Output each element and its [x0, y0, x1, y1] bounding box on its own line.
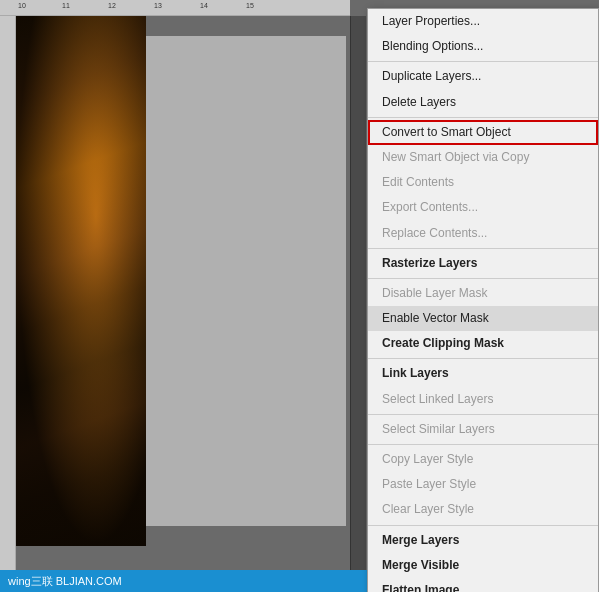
menu-item-paste-layer-style: Paste Layer Style: [368, 472, 598, 497]
menu-item-copy-layer-style: Copy Layer Style: [368, 447, 598, 472]
menu-item-select-similar-layers: Select Similar Layers: [368, 417, 598, 442]
document-area: [146, 36, 346, 526]
menu-item-flatten-image[interactable]: Flatten Image: [368, 578, 598, 592]
ruler-mark: 12: [108, 2, 116, 9]
menu-item-new-smart-object: New Smart Object via Copy: [368, 145, 598, 170]
menu-item-merge-layers[interactable]: Merge Layers: [368, 528, 598, 553]
menu-item-duplicate-layers[interactable]: Duplicate Layers...: [368, 64, 598, 89]
menu-item-link-layers[interactable]: Link Layers: [368, 361, 598, 386]
photo-overlay: [16, 16, 146, 546]
menu-separator-3: [368, 248, 598, 249]
menu-item-disable-layer-mask: Disable Layer Mask: [368, 281, 598, 306]
ruler-mark: 10: [18, 2, 26, 9]
status-bar-text: wing三联 BLJIAN.COM: [8, 574, 122, 589]
menu-item-delete-layers[interactable]: Delete Layers: [368, 90, 598, 115]
canvas-area: [16, 16, 350, 576]
ruler-top: 10 11 12 13 14 15: [0, 0, 350, 16]
menu-item-convert-smart-object[interactable]: Convert to Smart Object: [368, 120, 598, 145]
menu-item-layer-properties[interactable]: Layer Properties...: [368, 9, 598, 34]
menu-item-replace-contents: Replace Contents...: [368, 221, 598, 246]
right-toolbar: [350, 16, 366, 592]
menu-item-merge-visible[interactable]: Merge Visible: [368, 553, 598, 578]
menu-separator-1: [368, 61, 598, 62]
menu-separator-7: [368, 444, 598, 445]
menu-item-select-linked-layers: Select Linked Layers: [368, 387, 598, 412]
context-menu: Layer Properties... Blending Options... …: [367, 8, 599, 592]
menu-item-edit-contents: Edit Contents: [368, 170, 598, 195]
photo-layer: [16, 16, 146, 546]
menu-separator-5: [368, 358, 598, 359]
menu-separator-4: [368, 278, 598, 279]
ruler-mark: 15: [246, 2, 254, 9]
ruler-mark: 11: [62, 2, 70, 9]
menu-item-enable-vector-mask[interactable]: Enable Vector Mask: [368, 306, 598, 331]
menu-separator-6: [368, 414, 598, 415]
ruler-side: [0, 16, 16, 592]
menu-separator-8: [368, 525, 598, 526]
ruler-mark: 14: [200, 2, 208, 9]
menu-item-blending-options[interactable]: Blending Options...: [368, 34, 598, 59]
ruler-mark: 13: [154, 2, 162, 9]
menu-item-clear-layer-style: Clear Layer Style: [368, 497, 598, 522]
menu-separator-2: [368, 117, 598, 118]
menu-item-export-contents: Export Contents...: [368, 195, 598, 220]
menu-item-create-clipping-mask[interactable]: Create Clipping Mask: [368, 331, 598, 356]
menu-item-rasterize-layers[interactable]: Rasterize Layers: [368, 251, 598, 276]
